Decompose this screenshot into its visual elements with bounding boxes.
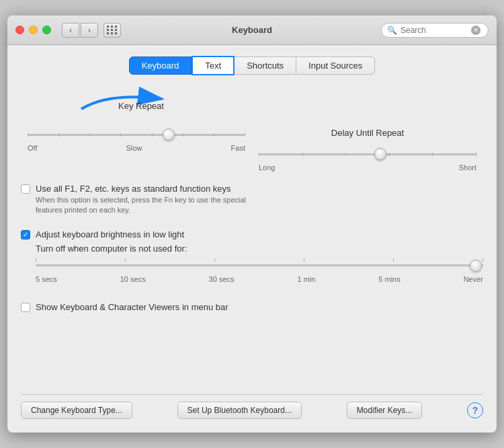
tab-bar: Keyboard Text Shortcuts Input Sources [21, 56, 483, 75]
main-window: ‹ › Keyboard 🔍 ✕ Keyboard [7, 15, 497, 433]
search-icon: 🔍 [387, 26, 397, 35]
delay-label: Delay Until Repeat [331, 128, 404, 138]
tab-keyboard[interactable]: Keyboard [129, 57, 192, 75]
key-repeat-thumb[interactable] [163, 128, 175, 141]
delay-track-bar [259, 153, 476, 155]
titlebar: ‹ › Keyboard 🔍 ✕ [7, 15, 497, 45]
key-repeat-track-bar [28, 134, 245, 136]
apps-grid-button[interactable] [103, 23, 121, 38]
fn-keys-label: Use all F1, F2, etc. keys as standard fu… [36, 184, 246, 194]
brightness-section: ✓ Adjust keyboard brightness in low ligh… [21, 229, 483, 293]
show-keyboard-checkbox[interactable] [21, 303, 30, 312]
brightness-checkbox[interactable]: ✓ [21, 230, 30, 239]
delay-thumb[interactable] [374, 148, 386, 160]
delay-slider-group: Delay Until Repeat [259, 128, 476, 172]
fn-keys-section: Use all F1, F2, etc. keys as standard fu… [21, 184, 483, 220]
window-title: Keyboard [232, 25, 272, 35]
show-keyboard-row: Show Keyboard & Character Viewers in men… [21, 302, 483, 312]
tab-text[interactable]: Text [192, 56, 235, 75]
back-button[interactable]: ‹ [62, 23, 79, 38]
content-area: Keyboard Text Shortcuts Input Sources [7, 45, 497, 433]
fn-keys-label-group: Use all F1, F2, etc. keys as standard fu… [36, 184, 246, 216]
apps-grid-icon [107, 26, 118, 34]
delay-labels: Long Short [259, 163, 476, 172]
brightness-row: ✓ Adjust keyboard brightness in low ligh… [21, 229, 483, 239]
bottom-buttons: Change Keyboard Type... Set Up Bluetooth… [21, 394, 483, 422]
key-repeat-labels: Off Slow Fast [28, 144, 245, 152]
arrow-container: Key Repeat [21, 89, 483, 122]
show-keyboard-label: Show Keyboard & Character Viewers in men… [36, 302, 228, 312]
help-button[interactable]: ? [467, 402, 483, 418]
minimize-button[interactable] [29, 26, 38, 34]
modifier-keys-button[interactable]: Modifier Keys... [347, 402, 423, 419]
turn-off-section: Turn off when computer is not used for: [36, 244, 483, 283]
tab-input-sources[interactable]: Input Sources [296, 57, 375, 75]
key-repeat-track [28, 128, 245, 141]
tab-shortcuts[interactable]: Shortcuts [235, 57, 296, 75]
change-keyboard-button[interactable]: Change Keyboard Type... [21, 402, 132, 419]
brightness-track [36, 264, 483, 266]
search-box[interactable]: 🔍 ✕ [381, 23, 489, 38]
close-button[interactable] [15, 26, 24, 34]
brightness-slider-labels: 5 secs 10 secs 30 secs 1 min 5 mins Neve… [36, 275, 483, 283]
sliders-section: Off Slow Fast Delay Until Repeat [21, 128, 483, 172]
fn-keys-checkbox[interactable] [21, 184, 30, 194]
delay-track [259, 147, 476, 161]
back-icon: ‹ [69, 26, 72, 35]
fn-keys-row: Use all F1, F2, etc. keys as standard fu… [21, 184, 483, 216]
bluetooth-keyboard-button[interactable]: Set Up Bluetooth Keyboard... [177, 402, 302, 419]
brightness-slider [36, 259, 483, 272]
forward-icon: › [88, 26, 91, 35]
search-clear-button[interactable]: ✕ [471, 26, 480, 35]
turn-off-label: Turn off when computer is not used for: [36, 244, 483, 254]
search-input[interactable] [401, 26, 468, 35]
forward-button[interactable]: › [81, 23, 98, 38]
key-repeat-slider-group: Off Slow Fast [28, 128, 245, 172]
brightness-label: Adjust keyboard brightness in low light [36, 229, 184, 239]
maximize-button[interactable] [42, 26, 51, 34]
nav-buttons: ‹ › [62, 23, 98, 38]
key-repeat-label: Key Repeat [118, 101, 164, 111]
fn-keys-sublabel: When this option is selected, press the … [36, 195, 246, 216]
brightness-thumb[interactable] [470, 260, 482, 272]
traffic-lights [15, 26, 51, 34]
